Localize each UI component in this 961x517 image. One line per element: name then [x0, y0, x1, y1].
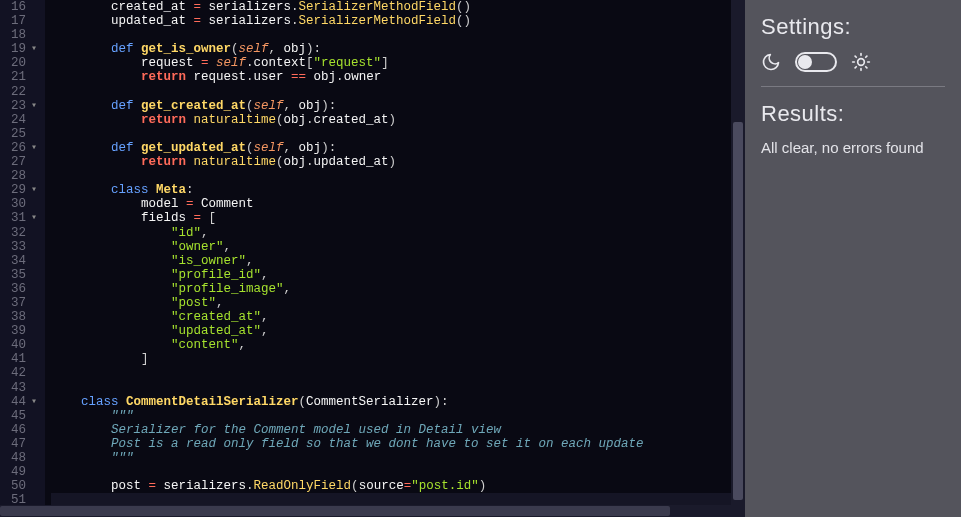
results-message: All clear, no errors found: [761, 139, 945, 156]
code-line[interactable]: ]: [51, 352, 745, 366]
code-line[interactable]: Serializer for the Comment model used in…: [51, 423, 745, 437]
line-number: 41: [0, 352, 37, 366]
line-number: 36: [0, 282, 37, 296]
line-number: 24: [0, 113, 37, 127]
line-number: 38: [0, 310, 37, 324]
line-number: 29▾: [0, 183, 37, 197]
code-line[interactable]: "updated_at",: [51, 324, 745, 338]
line-number: 21: [0, 70, 37, 84]
code-line[interactable]: """: [51, 409, 745, 423]
code-content[interactable]: created_at = serializers.SerializerMetho…: [45, 0, 745, 505]
line-number: 45: [0, 409, 37, 423]
line-number: 33: [0, 240, 37, 254]
line-number: 25: [0, 127, 37, 141]
horizontal-scrollbar-thumb[interactable]: [0, 506, 670, 516]
code-line[interactable]: "profile_image",: [51, 282, 745, 296]
line-number: 23▾: [0, 99, 37, 113]
fold-marker[interactable]: ▾: [29, 395, 37, 409]
line-number: 37: [0, 296, 37, 310]
code-line[interactable]: class Meta:: [51, 183, 745, 197]
code-line[interactable]: Post is a read only field so that we don…: [51, 437, 745, 451]
code-line[interactable]: [51, 28, 745, 42]
line-number: 44▾: [0, 395, 37, 409]
fold-marker[interactable]: ▾: [29, 99, 37, 113]
code-line[interactable]: "is_owner",: [51, 254, 745, 268]
line-number: 32: [0, 226, 37, 240]
line-number: 22: [0, 85, 37, 99]
code-line[interactable]: "content",: [51, 338, 745, 352]
code-line[interactable]: def get_created_at(self, obj):: [51, 99, 745, 113]
code-line[interactable]: [51, 493, 745, 505]
fold-marker[interactable]: ▾: [29, 211, 37, 225]
side-panel: Settings: Results: All clear, no errors …: [745, 0, 961, 517]
code-line[interactable]: "owner",: [51, 240, 745, 254]
line-number: 28: [0, 169, 37, 183]
theme-toggle[interactable]: [795, 52, 837, 72]
fold-marker[interactable]: ▾: [29, 183, 37, 197]
code-line[interactable]: updated_at = serializers.SerializerMetho…: [51, 14, 745, 28]
code-line[interactable]: [51, 169, 745, 183]
line-number: 18: [0, 28, 37, 42]
settings-heading: Settings:: [761, 14, 945, 40]
code-line[interactable]: created_at = serializers.SerializerMetho…: [51, 0, 745, 14]
code-line[interactable]: return naturaltime(obj.updated_at): [51, 155, 745, 169]
code-line[interactable]: model = Comment: [51, 197, 745, 211]
moon-icon: [761, 52, 781, 72]
line-number-gutter: 16171819▾20212223▾242526▾272829▾3031▾323…: [0, 0, 45, 505]
horizontal-scrollbar[interactable]: [0, 505, 745, 517]
code-line[interactable]: [51, 465, 745, 479]
line-number: 50: [0, 479, 37, 493]
vertical-scrollbar[interactable]: [731, 0, 745, 505]
code-line[interactable]: "post",: [51, 296, 745, 310]
svg-line-8: [866, 56, 867, 57]
svg-line-3: [855, 56, 856, 57]
line-number: 31▾: [0, 211, 37, 225]
panel-divider: [761, 86, 945, 87]
code-line[interactable]: "created_at",: [51, 310, 745, 324]
code-line[interactable]: [51, 366, 745, 380]
vertical-scrollbar-thumb[interactable]: [733, 122, 743, 500]
code-line[interactable]: def get_is_owner(self, obj):: [51, 42, 745, 56]
svg-point-0: [858, 59, 865, 66]
line-number: 34: [0, 254, 37, 268]
code-line[interactable]: request = self.context["request"]: [51, 56, 745, 70]
line-number: 19▾: [0, 42, 37, 56]
line-number: 26▾: [0, 141, 37, 155]
svg-line-7: [855, 67, 856, 68]
theme-toggle-knob: [798, 55, 812, 69]
line-number: 27: [0, 155, 37, 169]
theme-row: [761, 52, 945, 72]
code-line[interactable]: class CommentDetailSerializer(CommentSer…: [51, 395, 745, 409]
line-number: 51: [0, 493, 37, 505]
code-line[interactable]: [51, 381, 745, 395]
line-number: 17: [0, 14, 37, 28]
code-line[interactable]: """: [51, 451, 745, 465]
line-number: 30: [0, 197, 37, 211]
code-line[interactable]: fields = [: [51, 211, 745, 225]
svg-line-4: [866, 67, 867, 68]
line-number: 39: [0, 324, 37, 338]
results-heading: Results:: [761, 101, 945, 127]
code-line[interactable]: post = serializers.ReadOnlyField(source=…: [51, 479, 745, 493]
line-number: 49: [0, 465, 37, 479]
code-line[interactable]: "id",: [51, 226, 745, 240]
code-line[interactable]: "profile_id",: [51, 268, 745, 282]
line-number: 46: [0, 423, 37, 437]
line-number: 48: [0, 451, 37, 465]
fold-marker[interactable]: ▾: [29, 141, 37, 155]
code-area[interactable]: 16171819▾20212223▾242526▾272829▾3031▾323…: [0, 0, 745, 505]
line-number: 16: [0, 0, 37, 14]
line-number: 20: [0, 56, 37, 70]
sun-icon: [851, 52, 871, 72]
line-number: 47: [0, 437, 37, 451]
code-line[interactable]: return naturaltime(obj.created_at): [51, 113, 745, 127]
code-line[interactable]: [51, 127, 745, 141]
code-line[interactable]: def get_updated_at(self, obj):: [51, 141, 745, 155]
code-line[interactable]: return request.user == obj.owner: [51, 70, 745, 84]
line-number: 43: [0, 381, 37, 395]
line-number: 35: [0, 268, 37, 282]
fold-marker[interactable]: ▾: [29, 42, 37, 56]
line-number: 40: [0, 338, 37, 352]
code-line[interactable]: [51, 85, 745, 99]
editor-pane: 16171819▾20212223▾242526▾272829▾3031▾323…: [0, 0, 745, 517]
